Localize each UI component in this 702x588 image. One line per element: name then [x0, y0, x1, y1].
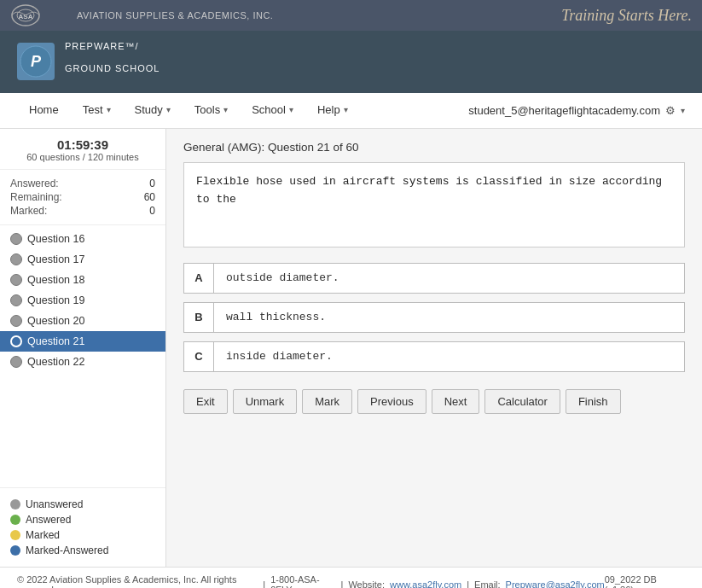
content-area: General (AMG): Question 21 of 60 Flexibl…	[166, 129, 702, 567]
footer-separator3: |	[467, 579, 469, 588]
tools-dropdown-arrow: ▾	[223, 105, 228, 114]
question-label: Question 19	[27, 294, 84, 306]
help-dropdown-arrow: ▾	[344, 105, 348, 114]
legend-section: UnansweredAnsweredMarkedMarked-Answered	[0, 487, 165, 567]
sidebar-stats: Answered: 0 Remaining: 60 Marked: 0	[0, 170, 165, 225]
question-list-item[interactable]: Question 20	[0, 311, 165, 331]
school-dropdown-arrow: ▾	[289, 105, 293, 114]
calculator-button[interactable]: Calculator	[484, 389, 560, 414]
footer-separator2: |	[341, 579, 344, 588]
question-label: Question 20	[27, 315, 84, 327]
question-status-icon	[10, 335, 22, 347]
remaining-label: Remaining:	[10, 191, 62, 203]
unmark-button[interactable]: Unmark	[233, 389, 298, 414]
question-list-item[interactable]: Question 17	[0, 249, 165, 270]
question-label: Question 16	[27, 233, 84, 245]
training-tagline: Training Starts Here.	[561, 7, 692, 25]
top-banner: ASA AVIATION SUPPLIES & ACADEMICS, INC. …	[0, 0, 702, 31]
question-list-item[interactable]: Question 21	[0, 331, 165, 352]
main-layout: 01:59:39 60 questions / 120 minutes Answ…	[0, 129, 702, 567]
question-list-item[interactable]: Question 22	[0, 352, 165, 372]
question-status-icon	[10, 356, 22, 368]
prepware-title-text: PREPWARE™/ GROUND SCHOOL	[65, 39, 160, 84]
question-header: General (AMG): Question 21 of 60	[183, 141, 685, 154]
question-status-icon	[10, 253, 22, 265]
footer-email-label: Email:	[474, 579, 501, 588]
exit-button[interactable]: Exit	[183, 389, 228, 414]
legend-item: Unanswered	[10, 497, 155, 512]
footer-copyright: © 2022 Aviation Supplies & Academics, In…	[17, 574, 258, 588]
legend-label: Marked-Answered	[26, 544, 108, 556]
legend-dot-marked-answered	[10, 545, 20, 556]
marked-label: Marked:	[10, 205, 47, 217]
user-dropdown-arrow: ▾	[681, 106, 685, 115]
option-text: inside diameter.	[214, 341, 685, 372]
option-text: wall thickness.	[214, 302, 685, 333]
answer-option[interactable]: Bwall thickness.	[183, 302, 685, 333]
question-list-item[interactable]: Question 18	[0, 270, 165, 290]
remaining-row: Remaining: 60	[10, 190, 155, 204]
study-dropdown-arrow: ▾	[166, 105, 171, 114]
nav-item-study[interactable]: Study ▾	[123, 92, 183, 128]
nav-item-home[interactable]: Home	[17, 92, 71, 128]
previous-button[interactable]: Previous	[357, 389, 426, 414]
svg-text:P: P	[31, 53, 42, 70]
footer-website-label: Website:	[348, 579, 385, 588]
nav-item-tools[interactable]: Tools ▾	[183, 92, 240, 128]
question-status-icon	[10, 315, 22, 327]
marked-row: Marked: 0	[10, 204, 155, 218]
legend-label: Marked	[26, 529, 60, 541]
nav-item-school[interactable]: School ▾	[240, 92, 305, 128]
footer: © 2022 Aviation Supplies & Academics, In…	[0, 567, 702, 588]
question-label: Question 21	[27, 335, 84, 347]
action-buttons: Exit Unmark Mark Previous Next Calculato…	[183, 389, 685, 414]
nav-bar: Home Test ▾ Study ▾ Tools ▾ School ▾ Hel…	[0, 93, 702, 129]
prepware-logo-icon: P	[19, 44, 53, 79]
option-text: outside diameter.	[214, 263, 685, 294]
question-status-icon	[10, 233, 22, 245]
remaining-value: 60	[144, 191, 155, 203]
finish-button[interactable]: Finish	[566, 389, 621, 414]
answered-label: Answered:	[10, 178, 59, 189]
prepware-title: PREPWARE™/ GROUND SCHOOL	[65, 39, 160, 84]
asa-logo-svg: ASA	[10, 3, 70, 27]
question-list-item[interactable]: Question 16	[0, 229, 165, 249]
legend-dot-answered	[10, 515, 20, 525]
legend-item: Marked-Answered	[10, 543, 155, 558]
question-label: Question 22	[27, 356, 84, 368]
option-letter: A	[183, 263, 214, 294]
mark-button[interactable]: Mark	[302, 389, 352, 414]
legend-item: Answered	[10, 512, 155, 527]
timer-subtitle: 60 questions / 120 minutes	[9, 152, 157, 162]
footer-version: 09_2022 DB (v1.36)	[605, 574, 685, 588]
legend-dot-unanswered	[10, 499, 20, 509]
footer-left: © 2022 Aviation Supplies & Academics, In…	[17, 574, 605, 588]
option-letter: C	[183, 341, 214, 372]
asa-logo-area: ASA AVIATION SUPPLIES & ACADEMICS, INC.	[10, 3, 273, 27]
nav-item-test[interactable]: Test ▾	[71, 92, 123, 128]
footer-phone: 1-800-ASA-2FLY	[270, 574, 335, 588]
sidebar: 01:59:39 60 questions / 120 minutes Answ…	[0, 129, 166, 567]
answer-option[interactable]: Aoutside diameter.	[183, 263, 685, 294]
gear-icon: ⚙	[665, 104, 676, 117]
user-menu[interactable]: student_5@heritageflightacademy.com ⚙ ▾	[468, 104, 685, 117]
next-button[interactable]: Next	[432, 389, 480, 414]
marked-value: 0	[149, 205, 155, 217]
timer-display: 01:59:39	[9, 137, 157, 152]
question-status-icon	[10, 274, 22, 286]
question-list-item[interactable]: Question 19	[0, 290, 165, 311]
question-status-icon	[10, 294, 22, 306]
company-name: AVIATION SUPPLIES & ACADEMICS, INC.	[77, 10, 273, 20]
prepware-logo: P PREPWARE™/ GROUND SCHOOL	[17, 39, 160, 84]
footer-website-link[interactable]: www.asa2fly.com	[390, 579, 461, 588]
app-header: P PREPWARE™/ GROUND SCHOOL	[0, 31, 702, 93]
legend-label: Answered	[26, 514, 71, 526]
answer-option[interactable]: Cinside diameter.	[183, 341, 685, 372]
footer-separator1: |	[263, 579, 265, 588]
question-text: Flexible hose used in aircraft systems i…	[183, 162, 685, 247]
footer-email-link[interactable]: Prepware@asa2fly.com	[506, 579, 605, 588]
answered-row: Answered: 0	[10, 177, 155, 190]
nav-item-help[interactable]: Help ▾	[305, 92, 360, 128]
answer-options: Aoutside diameter.Bwall thickness.Cinsid…	[183, 263, 685, 372]
legend-dot-marked	[10, 530, 20, 540]
